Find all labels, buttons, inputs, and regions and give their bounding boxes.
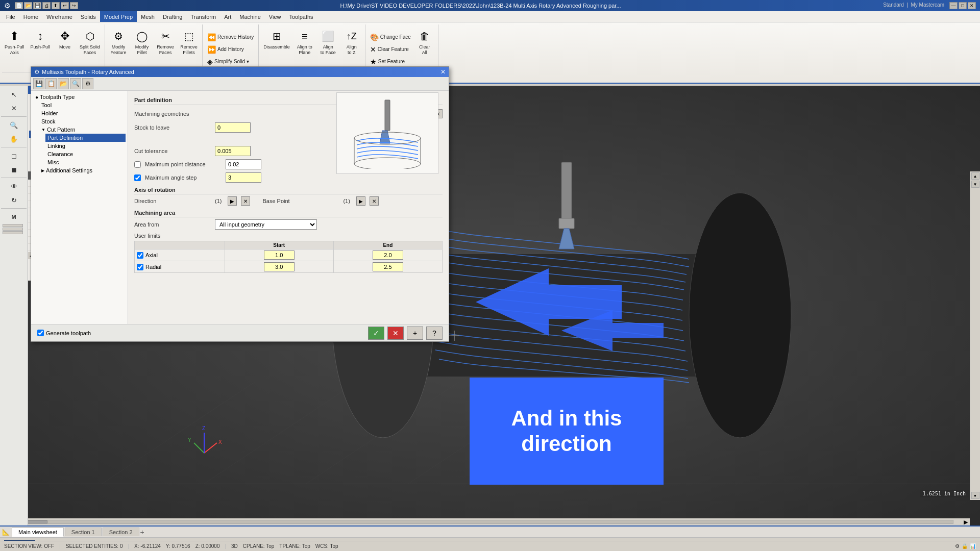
remove-faces-btn[interactable]: ✂ RemoveFaces xyxy=(154,27,177,57)
status-icon-1[interactable]: ⚙ xyxy=(955,543,960,549)
sidebar-select-btn[interactable]: ↖ xyxy=(1,88,27,101)
menu-solids[interactable]: Solids xyxy=(77,11,100,22)
dlg-search-btn[interactable]: 🔍 xyxy=(70,78,81,89)
tab-section-2[interactable]: Section 2 xyxy=(103,528,139,536)
menu-file[interactable]: File xyxy=(2,11,19,22)
sidebar-deselect-btn[interactable]: ✕ xyxy=(1,102,27,115)
save-btn[interactable]: 💾 xyxy=(33,2,41,9)
close-btn[interactable]: ✕ xyxy=(968,2,976,9)
ok-btn[interactable]: ✓ xyxy=(368,327,384,340)
cancel-btn[interactable]: ✕ xyxy=(387,327,404,340)
undo-btn[interactable]: ↩ xyxy=(61,2,69,9)
sidebar-view-btn[interactable]: 👁 xyxy=(1,180,27,193)
max-point-dist-cb[interactable] xyxy=(134,161,141,168)
rs-btn-1[interactable]: ▲ xyxy=(971,172,979,180)
tab-section-1[interactable]: Section 1 xyxy=(65,528,102,536)
status-icon-2[interactable]: 🔒 xyxy=(962,543,968,549)
dtree-add-settings[interactable]: ▶ Additional Settings xyxy=(39,166,126,174)
sidebar-rotate-btn[interactable]: ↻ xyxy=(1,193,27,207)
dlg-settings-btn[interactable]: ⚙ xyxy=(82,78,93,89)
disassemble-btn[interactable]: ⊞ Disassemble xyxy=(261,27,292,52)
status-icon-3[interactable]: 📊 xyxy=(970,543,976,549)
menu-modelprep[interactable]: Model Prep xyxy=(100,11,137,22)
dlg-save-btn[interactable]: 💾 xyxy=(33,78,44,89)
rs-btn-3[interactable]: ● xyxy=(971,492,979,499)
menu-mesh[interactable]: Mesh xyxy=(137,11,159,22)
dtree-holder[interactable]: Holder xyxy=(39,109,126,117)
menu-view[interactable]: View xyxy=(265,11,285,22)
add-section-btn[interactable]: + xyxy=(140,528,144,536)
dir-clear-btn[interactable]: ✕ xyxy=(241,196,250,206)
change-face-btn[interactable]: 🎨 Change Face xyxy=(368,32,413,42)
dtree-stock[interactable]: Stock xyxy=(39,117,126,126)
dtree-clearance[interactable]: Clearance xyxy=(45,150,126,158)
remove-history-btn[interactable]: ⏪ Remove History xyxy=(205,32,256,42)
align-face-btn[interactable]: ⬜ Alignto Face xyxy=(317,27,339,57)
sidebar-m-btn[interactable]: M xyxy=(1,210,27,223)
align-z-btn[interactable]: ↑Z Alignto Z xyxy=(340,27,363,57)
split-solid-btn[interactable]: ⬡ Split SolidFaces xyxy=(77,27,103,57)
bp-select-btn[interactable]: ▶ xyxy=(356,196,365,206)
sidebar-sub-btn-2[interactable] xyxy=(3,228,23,231)
max-point-input[interactable] xyxy=(226,159,261,169)
align-plane-btn[interactable]: ≡ Align toPlane xyxy=(293,27,316,57)
menu-drafting[interactable]: Drafting xyxy=(159,11,187,22)
scroll-right-btn[interactable]: ▶ xyxy=(962,518,970,525)
cut-tol-input[interactable] xyxy=(215,146,251,156)
axial-end-input[interactable] xyxy=(373,251,403,260)
menu-art[interactable]: Art xyxy=(220,11,235,22)
menu-home[interactable]: Home xyxy=(19,11,42,22)
axial-cb[interactable] xyxy=(137,252,143,259)
dlg-open-btn[interactable]: 📂 xyxy=(58,78,69,89)
scrollbar-track[interactable] xyxy=(16,520,953,524)
help-btn[interactable]: ? xyxy=(426,327,443,340)
modify-feature-btn[interactable]: ⚙ ModifyFeature xyxy=(107,27,130,57)
pushpull-axis-btn[interactable]: ⬆ Push-PullAxis xyxy=(2,27,27,57)
dialog-close-btn[interactable]: ✕ xyxy=(440,68,446,76)
minimize-btn[interactable]: — xyxy=(949,2,958,9)
remove-fillets-btn[interactable]: ⬚ RemoveFillets xyxy=(178,27,200,57)
print-btn[interactable]: 🖨 xyxy=(42,2,51,9)
max-angle-input[interactable] xyxy=(226,172,261,183)
upload-btn[interactable]: ⬆ xyxy=(52,2,60,9)
sidebar-zoom-btn[interactable]: 🔍 xyxy=(1,118,27,132)
sidebar-sub-btn-3[interactable] xyxy=(3,231,23,234)
sidebar-sub-btn-1[interactable] xyxy=(3,224,23,227)
tab-main-viewsheet[interactable]: Main viewsheet xyxy=(12,528,64,537)
modify-fillet-btn[interactable]: ◯ ModifyFillet xyxy=(131,27,153,57)
add-btn[interactable]: + xyxy=(407,327,423,340)
add-history-btn[interactable]: ⏩ Add History xyxy=(205,44,256,55)
sidebar-wire-btn[interactable]: ◻ xyxy=(1,149,27,162)
menu-wireframe[interactable]: Wireframe xyxy=(42,11,77,22)
sidebar-pan-btn[interactable]: ✋ xyxy=(1,132,27,145)
dlg-copy-btn[interactable]: 📋 xyxy=(45,78,57,89)
maximize-btn[interactable]: □ xyxy=(959,2,967,9)
h-scrollbar[interactable]: ◀ ▶ xyxy=(0,518,970,525)
radial-end-input[interactable] xyxy=(373,262,403,271)
set-feature-btn[interactable]: ★ Set Feature xyxy=(368,57,413,67)
radial-cb[interactable] xyxy=(137,264,143,270)
open-btn[interactable]: 📂 xyxy=(24,2,32,9)
dir-select-btn[interactable]: ▶ xyxy=(228,196,237,206)
clear-all-btn[interactable]: 🗑 ClearAll xyxy=(413,27,436,72)
dtree-part-def[interactable]: Part Definition xyxy=(45,134,126,142)
bp-clear-btn[interactable]: ✕ xyxy=(370,196,379,206)
new-btn[interactable]: 📄 xyxy=(15,2,23,9)
move-btn[interactable]: ✥ Move xyxy=(54,27,76,52)
menu-transform[interactable]: Transform xyxy=(186,11,220,22)
stock-input[interactable] xyxy=(215,122,251,133)
dtree-misc[interactable]: Misc xyxy=(45,158,126,166)
menu-machine[interactable]: Machine xyxy=(235,11,265,22)
pushpull-btn[interactable]: ↕ Push-Pull xyxy=(28,27,53,52)
dtree-tool[interactable]: Tool xyxy=(39,101,126,109)
rs-btn-2[interactable]: ▼ xyxy=(971,181,979,188)
axial-start-input[interactable] xyxy=(264,251,295,260)
dtree-linking[interactable]: Linking xyxy=(45,142,126,150)
max-angle-cb[interactable] xyxy=(134,174,141,181)
dtree-toolpath-type[interactable]: ● Toolpath Type xyxy=(33,93,126,101)
radial-start-input[interactable] xyxy=(264,262,295,271)
sidebar-shade-btn[interactable]: ◼ xyxy=(1,163,27,176)
clear-feature-btn[interactable]: ✕ Clear Feature xyxy=(368,44,413,55)
generate-cb[interactable] xyxy=(37,330,44,336)
simplify-solid-btn[interactable]: ◈ Simplify Solid ▾ xyxy=(205,57,256,67)
